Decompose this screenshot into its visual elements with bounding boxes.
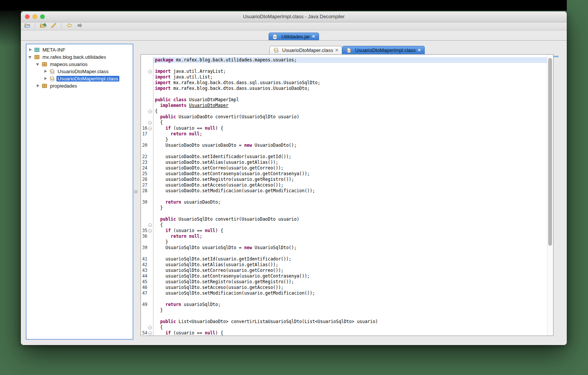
window-shadow [0,11,21,47]
fold-column [147,63,153,69]
keyword-token: package [155,57,173,63]
line-number [141,205,147,211]
line-number [141,217,147,222]
line-number [141,308,147,313]
fold-column [147,239,153,245]
fold-column [147,165,153,171]
tree-item-mapeos-usuarios[interactable]: mapeos.usuarios [27,61,133,68]
keyword-token: new [244,143,252,148]
fold-column [147,313,153,319]
fold-column [147,126,153,131]
line-number: 25 [141,171,147,177]
expand-arrow-icon[interactable] [42,68,49,75]
line-number: 22 [141,154,147,160]
collapse-fold-icon[interactable] [148,223,152,227]
code-text: public List<UsuarioDaoDto> convertirList… [153,319,547,325]
back-button[interactable] [66,23,73,30]
line-number: 47 [141,290,147,296]
code-line: 26 usuarioDaoDto.setRegistro(usuario.get… [141,177,547,182]
keyword-token: import [155,80,171,85]
code-token: } [155,205,163,210]
code-line [141,296,547,302]
expand-arrow-icon[interactable] [42,75,49,82]
svg-text:010: 010 [51,78,55,80]
keyword-token: import [155,86,171,91]
search-button[interactable] [50,23,57,30]
code-text [153,148,547,154]
collapse-fold-icon[interactable] [148,229,152,233]
code-token: } [155,308,163,313]
splitter-handle[interactable] [134,190,138,193]
keyword-token: class [173,97,186,102]
code-line: 27 usuarioDaoDto.setAcceso(usuario.getAc… [141,182,547,188]
keyword-token: import [155,74,171,80]
file-tree[interactable]: META-INFmx.rafex.blog.back.utilidadesmap… [26,44,133,340]
code-line: 39 UsuarioSqlDto usuarioSqlDto = new Usu… [141,245,547,251]
collapse-fold-icon[interactable] [148,121,152,125]
fold-column [147,199,153,205]
code-text: import java.util.ArrayList; [153,69,547,74]
close-icon[interactable]: ✕ [335,48,338,52]
code-text: usuarioDaoDto.setRegistro(usuario.getReg… [153,177,547,182]
jar-tab-utilidades[interactable]: 010 Utilidades.jar ✕ [269,33,319,40]
collapse-fold-icon[interactable] [148,70,152,74]
expand-arrow-icon[interactable] [27,46,34,53]
fold-column [147,308,153,313]
keyword-token: public [155,97,171,102]
code-token [155,319,160,324]
collapse-fold-icon[interactable] [148,127,152,130]
fold-column [147,194,153,199]
expand-arrow-icon[interactable] [35,82,42,89]
tree-item-usuariodtomaperimpl-class[interactable]: 010UsuarioDtoMaperImpl.class [27,75,133,82]
open-file-button[interactable] [24,23,31,30]
collapse-arrow-icon[interactable] [35,61,42,68]
fold-column [147,268,153,273]
jar-tab-label: Utilidades.jar [281,34,310,39]
tree-item-usuariodtomaper-class[interactable]: 010UsuarioDtoMaper.class [27,68,133,75]
code-token: } [155,137,168,142]
code-token: UsuarioDaoDto usuarioDaoDto = [155,143,244,148]
tree-item-propiedades[interactable]: propiedades [27,82,133,89]
line-number [141,239,147,245]
collapse-fold-icon[interactable] [148,326,152,329]
line-number: 30 [141,199,147,205]
open-folder-icon [24,23,31,30]
titlebar: UsuarioDtoMaperImpl.class - Java Decompi… [21,11,567,22]
tree-item-label: mx.rafex.blog.back.utilidades [41,54,107,60]
forward-button[interactable] [76,23,83,30]
code-lines: package mx.rafex.blog.back.utilidades.ma… [141,55,547,336]
package-orange-icon [34,54,41,60]
keyword-token: return [171,131,187,137]
fold-column [147,108,153,114]
fold-column [147,290,153,296]
code-tab-usuariodtomaper-class[interactable]: 010UsuarioDtoMaper.class✕ [269,46,342,54]
code-token: ) { [215,330,223,336]
collapse-arrow-icon[interactable] [27,53,34,61]
collapse-fold-icon[interactable] [148,110,152,113]
line-number [141,114,147,120]
code-editor[interactable]: package mx.rafex.blog.back.utilidades.ma… [141,54,554,336]
open-type-button[interactable] [40,23,47,30]
keyword-token: null [189,234,200,239]
tree-item-meta-inf[interactable]: META-INF [27,46,133,53]
toolbar-separator [35,24,36,29]
fold-column [147,80,153,86]
close-icon[interactable]: ✕ [312,35,315,39]
vertical-scrollbar[interactable] [547,55,553,336]
code-token [155,228,166,233]
code-text: UsuarioSqlDto usuarioSqlDto = new Usuari… [153,245,547,251]
keyword-token: if [166,330,171,336]
scrollbar-thumb[interactable] [548,58,552,246]
code-tab-usuariodtomaperimpl-class[interactable]: 010UsuarioDtoMaperImpl.class✕ [342,46,425,54]
collapse-fold-icon[interactable] [148,331,152,335]
line-number: 26 [141,177,147,182]
tree-item-label: propiedades [49,83,78,89]
line-number: 44 [141,273,147,279]
close-icon[interactable]: ✕ [418,48,421,52]
tree-item-mx-rafex-blog-back-utilidades[interactable]: mx.rafex.blog.back.utilidades [27,53,133,61]
line-number [141,69,147,74]
code-text: implements UsuarioDtoMaper [153,103,547,108]
line-number [141,148,147,154]
line-number [141,86,147,91]
code-line: 23 usuarioDaoDto.setAlias(usuario.getAli… [141,160,547,165]
